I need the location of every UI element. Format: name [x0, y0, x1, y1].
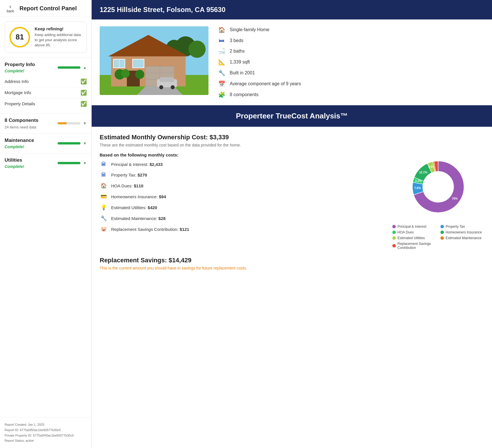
costs-list: Based on the following monthly costs: 🏛 … [100, 152, 387, 237]
maintenance-chevron-icon: ▼ [83, 141, 87, 146]
property-address-header: 1225 Hillside Street, Folsom, CA 95630 [92, 0, 492, 19]
cost-item: 🔧 Estimated Maintenance: $28 [100, 215, 387, 221]
legend-item: Property Tax [440, 225, 484, 229]
back-button[interactable]: ‹ back [5, 3, 16, 13]
property-detail-label: 2 baths [230, 49, 245, 54]
utilities-progress-fill [58, 162, 80, 164]
property-address: 1225 Hillside Street, Folsom, CA 95630 [100, 6, 225, 13]
report-id: Report ID: 6775a5f50ac1be60577b30e5 [5, 427, 87, 433]
legend-item: Replacement Savings Contribution [392, 242, 436, 250]
property-detail-item: 🛏 3 beds [218, 37, 484, 44]
score-heading: Keep refining! [35, 26, 82, 31]
legend-label: HOA Dues [397, 230, 414, 234]
section-property-info-name: Property Info [5, 62, 35, 68]
property-info-chevron-icon: ▲ [83, 65, 87, 70]
property-detail-label: Average component age of 9 years [230, 81, 301, 86]
section-components-left: 8 Components 24 items need data [5, 118, 38, 129]
private-property-id: Private Property ID: 6775a5f40ac1be60577… [5, 433, 87, 438]
svg-text:7.8%: 7.8% [414, 187, 421, 190]
cost-label-text: Replacement Savings Contribution: $121 [111, 227, 189, 232]
cost-label-text: Principal & Interest: $2,433 [111, 162, 163, 167]
legend-item: Estimated Utilities [392, 236, 436, 240]
components-subtitle: 24 items need data [5, 125, 38, 129]
utilities-chevron-icon: ▼ [83, 161, 87, 165]
legend-dot [440, 236, 444, 240]
sidebar-header: ‹ back Report Control Panel [0, 0, 91, 17]
list-item[interactable]: Address Info ✅ [5, 76, 87, 87]
list-item[interactable]: Property Details ✅ [5, 98, 87, 109]
replacement-desc: This is the current amount you should ha… [100, 266, 484, 270]
section-components-header[interactable]: 8 Components 24 items need data ▼ [5, 118, 87, 129]
property-detail-icon: 🏠 [218, 26, 226, 33]
section-utilities-header[interactable]: Utilities Complete! ▼ [5, 157, 87, 169]
svg-point-2 [188, 41, 206, 58]
maintenance-progress-fill [58, 142, 80, 144]
cost-icon: 💳 [100, 193, 108, 200]
property-detail-item: 🛁 2 baths [218, 48, 484, 55]
section-property-info-header[interactable]: Property Info Complete! ▲ [5, 62, 87, 73]
cost-label: Based on the following monthly costs: [100, 152, 387, 157]
section-maintenance-status: Complete! [5, 144, 34, 149]
replacement-section: Replacement Savings: $14,429 This is the… [92, 257, 492, 277]
section-property-info-left: Property Info Complete! [5, 62, 35, 73]
report-status: Report Status: active [5, 438, 87, 443]
components-chevron-icon: ▼ [83, 121, 87, 126]
property-detail-label: Single-family Home [230, 27, 269, 32]
section-maintenance-left: Maintenance Complete! [5, 138, 34, 149]
monthly-cost-desc: These are the estimated monthly cost bas… [100, 143, 484, 147]
section-utilities-status: Complete! [5, 164, 24, 169]
cost-value: $121 [180, 227, 189, 232]
legend-dot [392, 225, 396, 228]
svg-text:70%: 70% [452, 197, 458, 200]
property-overview: 🏠 Single-family Home 🛏 3 beds 🛁 2 baths … [92, 19, 492, 105]
list-item[interactable]: Mortgage Info ✅ [5, 87, 87, 98]
property-detail-label: 1,339 sqft [230, 60, 250, 65]
cost-icon: 💡 [100, 204, 108, 211]
utilities-progress-bar [58, 162, 80, 164]
property-details-list: 🏠 Single-family Home 🛏 3 beds 🛁 2 baths … [218, 26, 484, 98]
svg-point-22 [135, 70, 144, 79]
svg-point-18 [159, 85, 163, 89]
section-components: 8 Components 24 items need data ▼ [0, 113, 91, 133]
legend-item: HOA Dues [392, 230, 436, 234]
property-detail-item: 🔧 Built in 2001 [218, 70, 484, 76]
sidebar-title: Report Control Panel [19, 5, 77, 12]
monthly-cost-title: Estimated Monthly Ownership Cost: $3,339 [100, 134, 484, 141]
chart-container: 70%7.8%3.2%12.1%3.5% Principal & Interes… [392, 152, 484, 250]
property-detail-item: 📐 1,339 sqft [218, 59, 484, 66]
cost-item: 💳 Homeowners Insurance: $94 [100, 193, 387, 200]
report-created: Report Created: Jan 1, 2025 [5, 422, 87, 427]
sidebar-footer: Report Created: Jan 1, 2025 Report ID: 6… [0, 417, 91, 448]
donut-chart: 70%7.8%3.2%12.1%3.5% [404, 152, 473, 221]
legend-item: Principal & Interest [392, 225, 436, 229]
property-info-progress-fill [58, 66, 80, 69]
property-detail-label: Built in 2001 [230, 70, 255, 76]
property-details-check-icon: ✅ [80, 101, 87, 107]
cost-label-text: Homeowners Insurance: $94 [111, 194, 166, 199]
score-circle: 81 [9, 27, 30, 47]
chart-legend: Principal & Interest Property Tax HOA Du… [392, 225, 484, 250]
back-chevron-icon: ‹ [9, 3, 11, 9]
property-detail-label: 8 components [230, 92, 259, 97]
cost-value: $270 [137, 173, 147, 177]
property-detail-icon: 🛏 [218, 37, 226, 44]
legend-label: Principal & Interest [397, 225, 426, 229]
property-info-items: Address Info ✅ Mortgage Info ✅ Property … [5, 76, 87, 109]
score-value: 81 [16, 33, 24, 41]
legend-dot [440, 231, 444, 234]
section-components-right: ▼ [58, 121, 87, 126]
cost-item: 🐷 Replacement Savings Contribution: $121 [100, 226, 387, 232]
legend-dot [440, 225, 444, 228]
cost-value: $28 [158, 216, 166, 221]
legend-dot [392, 231, 396, 234]
cost-label-text: Estimated Maintenance: $28 [111, 216, 166, 221]
cost-label-text: Estimated Utilities: $420 [111, 205, 157, 210]
components-progress-fill [58, 122, 67, 124]
mortgage-info-label: Mortgage Info [5, 90, 31, 95]
cost-icon: 🏠 [100, 183, 108, 189]
legend-item: Homeowners Insurance [440, 230, 484, 234]
property-detail-label: 3 beds [230, 38, 243, 43]
section-property-info-right: ▲ [58, 65, 87, 70]
sidebar: ‹ back Report Control Panel 81 Keep refi… [0, 0, 92, 448]
section-maintenance-header[interactable]: Maintenance Complete! ▼ [5, 138, 87, 149]
